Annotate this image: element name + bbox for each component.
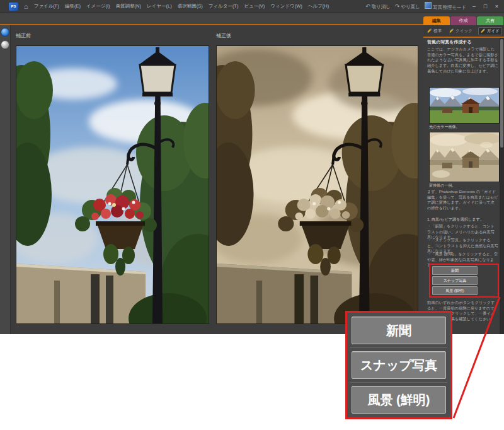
menu-filter[interactable]: フィルター(T) <box>209 3 239 9</box>
menu-image[interactable]: イメージ(I) <box>86 3 110 9</box>
after-label: 補正後 <box>216 32 231 39</box>
menu-file[interactable]: ファイル(F) <box>34 3 59 9</box>
menu-layer[interactable]: レイヤー(L) <box>147 3 172 9</box>
redo-icon: ↷ <box>395 3 400 9</box>
menu-bar: PS ⌂ ファイル(F) 編集(E) イメージ(I) 画質調整(N) レイヤー(… <box>0 0 504 13</box>
pencil-icon <box>449 28 454 33</box>
divider <box>350 382 447 383</box>
photo-before <box>16 45 209 324</box>
tab-create[interactable]: 作成 <box>450 16 477 25</box>
photoshop-elements-logo: PS <box>9 3 18 11</box>
zoom-tool-icon[interactable] <box>1 28 9 37</box>
menu-edit[interactable]: 編集(E) <box>65 3 81 9</box>
sepia-photo-lamp-post <box>217 46 418 323</box>
before-label: 補正前 <box>16 32 31 39</box>
pencil-icon <box>481 28 486 33</box>
undo-button[interactable]: ↶ 取り消し <box>365 3 391 10</box>
pencil-icon <box>427 28 432 33</box>
mode-tabs: 編集 作成 共有 <box>423 16 504 25</box>
panel-intro-text: ここでは、デジタルカメラで撮影した普通のカラー写真を、まるで昔に撮影されたような… <box>427 47 498 74</box>
menu-view[interactable]: ビュー(V) <box>244 3 265 9</box>
organizer-button[interactable]: 写真整理モード <box>425 2 466 11</box>
close-button[interactable]: × <box>493 4 500 9</box>
tab-quick-edit[interactable]: クイック <box>447 28 474 35</box>
panel-title: 昔風の写真を作成する <box>427 39 498 45</box>
organizer-icon <box>425 2 432 9</box>
tab-standard-edit[interactable]: 標準 <box>425 28 444 35</box>
tool-strip <box>0 25 11 334</box>
divider <box>350 347 447 348</box>
thumbnail-color-original <box>429 87 500 124</box>
annotation-highlight-box: 新聞 スナップ写真 風景 (鮮明) <box>429 264 499 298</box>
style-button-snapshot[interactable]: スナップ写真 <box>432 276 478 285</box>
minimize-button[interactable]: – <box>471 4 478 9</box>
undo-icon: ↶ <box>365 3 370 9</box>
edit-sub-tabs: 標準 クイック ガイド <box>423 25 504 38</box>
barn-color-thumbnail <box>430 88 499 123</box>
workspace-accent-line <box>0 24 423 25</box>
panel-scrollbar-thumb[interactable] <box>500 39 503 148</box>
menu-window[interactable]: ウィンドウ(W) <box>270 3 302 9</box>
tab-edit[interactable]: 編集 <box>423 16 450 25</box>
photo-after <box>216 45 418 324</box>
style-button-newspaper[interactable]: 新聞 <box>432 266 478 275</box>
callout-button-landscape-vivid[interactable]: 風景 (鮮明) <box>352 386 446 414</box>
home-icon[interactable]: ⌂ <box>24 3 28 10</box>
redo-button[interactable]: ↷ やり直し <box>395 3 420 10</box>
panel-body-text: まず、Photoshop Elements の「ガイド編集」を使って、写真を白黒… <box>427 189 498 211</box>
caption-color-original: 元のカラー画像。 <box>429 124 500 130</box>
magnified-callout: 新聞 スナップ写真 風景 (鮮明) <box>345 311 452 419</box>
hand-tool-icon[interactable] <box>1 40 9 49</box>
caption-aged-result: 変換後の一例。 <box>429 183 500 189</box>
barn-aged-thumbnail <box>430 132 499 182</box>
callout-button-newspaper[interactable]: 新聞 <box>352 317 446 344</box>
style-button-landscape-vivid[interactable]: 風景 (鮮明) <box>432 286 478 295</box>
tab-guided-edit[interactable]: ガイド <box>478 27 502 35</box>
menu-select[interactable]: 選択範囲(S) <box>178 3 203 9</box>
panel-step-1: 1. 白黒/セピア調を選択します。 <box>427 217 498 223</box>
thumbnail-aged-result <box>429 132 500 182</box>
app-window: PS ⌂ ファイル(F) 編集(E) イメージ(I) 画質調整(N) レイヤー(… <box>0 0 504 334</box>
menu-help[interactable]: ヘルプ(H) <box>308 3 329 9</box>
callout-button-snapshot[interactable]: スナップ写真 <box>352 351 446 379</box>
maximize-button[interactable]: □ <box>482 4 489 9</box>
tab-share[interactable]: 共有 <box>477 16 503 25</box>
color-photo-lamp-post <box>16 46 209 323</box>
menu-enhance[interactable]: 画質調整(N) <box>116 3 141 9</box>
